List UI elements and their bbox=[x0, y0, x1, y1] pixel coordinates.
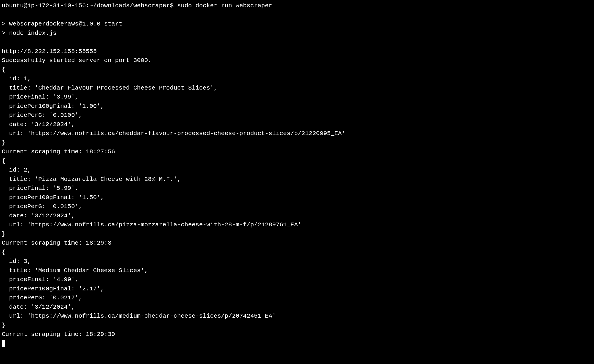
prompt-command: sudo docker run webscraper bbox=[177, 2, 272, 9]
npm-cmd-line: > node index.js bbox=[2, 30, 57, 37]
prompt-host: ip-172-31-10-156 bbox=[27, 2, 86, 9]
terminal-output[interactable]: ubuntu@ip-172-31-10-156:~/downloads/webs… bbox=[0, 0, 594, 349]
prompt-line: ubuntu@ip-172-31-10-156:~/downloads/webs… bbox=[2, 2, 272, 9]
cursor-icon bbox=[2, 340, 5, 347]
scrape-results: { id: 1, title: 'Cheddar Flavour Process… bbox=[2, 66, 345, 338]
prompt-user: ubuntu bbox=[2, 2, 24, 9]
prompt-symbol: $ bbox=[170, 2, 174, 9]
prompt-path: ~/downloads/webscraper bbox=[89, 2, 170, 9]
server-start-line: Successfully started server on port 3000… bbox=[2, 57, 152, 64]
npm-start-line: > webscraperdockeraws@1.0.0 start bbox=[2, 21, 122, 27]
proxy-url-line: http://8.222.152.158:55555 bbox=[2, 48, 97, 55]
